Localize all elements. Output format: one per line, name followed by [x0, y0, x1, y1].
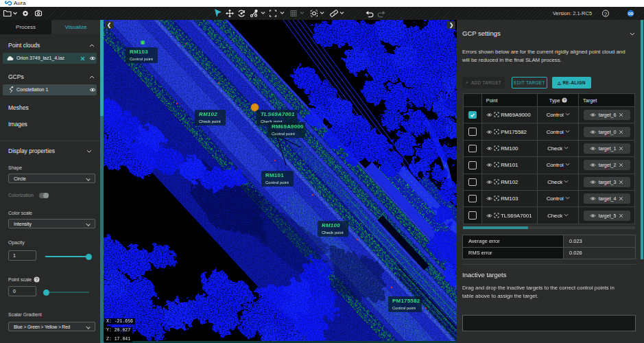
svg-text:?: ? [36, 277, 38, 282]
svg-text:?: ? [563, 98, 565, 102]
svg-text:OD: OD [628, 12, 634, 16]
svg-text:?: ? [604, 11, 608, 17]
